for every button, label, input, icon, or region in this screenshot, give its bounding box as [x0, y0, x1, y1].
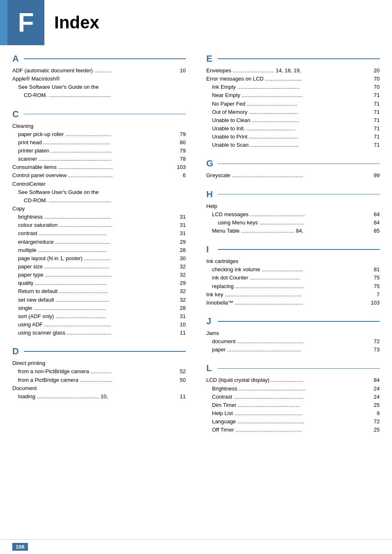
section-i-header: I: [206, 244, 380, 255]
header-blue-bar: [0, 0, 7, 45]
entry-copy-sort: sort (ADF only) ........................…: [12, 312, 186, 321]
entry-controlcenter-see: See Software User's Guide on the: [12, 188, 186, 196]
section-d: D Direct printing from a non-PictBridge …: [12, 346, 186, 401]
entry-copy-quality: quality ................................…: [12, 279, 186, 287]
entry-help-lcdmessages: LCD messages ...........................…: [206, 210, 380, 219]
section-c-header: C: [12, 109, 186, 120]
entry-directprinting-pictbridge: from a PictBridge camera ...............…: [12, 376, 186, 384]
section-c-divider: [24, 114, 186, 115]
entry-innobella: Innobella™ .............................…: [206, 299, 380, 307]
entry-copy-usingscanner: using scanner glass ....................…: [12, 329, 186, 337]
section-l-divider: [218, 368, 380, 369]
entry-unabletoprint: Unable to Print ........................…: [206, 133, 380, 141]
section-g: G Greyscale ............................…: [206, 158, 380, 180]
entry-errormessages: Error messages on LCD ..................…: [206, 75, 380, 83]
entry-inkcartridges: Ink cartridges: [206, 257, 380, 265]
section-a-header: A: [12, 53, 186, 64]
entry-copy-papertype: paper type .............................…: [12, 271, 186, 279]
section-e-header: E: [206, 53, 380, 64]
entry-controlcenter-cdrom: CD-ROM. ................................…: [12, 196, 186, 205]
section-h-letter: H: [206, 189, 214, 200]
section-h: H Help LCD messages ....................…: [206, 189, 380, 235]
entry-document: Document: [12, 384, 186, 392]
entry-lcd: LCD (liquid crystal display) ...........…: [206, 376, 380, 384]
section-g-header: G: [206, 158, 380, 169]
entry-document-loading: loading ................................…: [12, 392, 186, 401]
section-j: J Jams document ........................…: [206, 316, 380, 354]
entry-copy-enlarge: enlarge/reduce .........................…: [12, 238, 186, 246]
entry-apple-cdrom: CD-ROM. ................................…: [12, 91, 186, 99]
entry-lcd-contrast: Contrast ...............................…: [206, 393, 380, 401]
page-number-bar: 106: [0, 539, 392, 554]
entry-lcd-offtimer: Off Timer ..............................…: [206, 426, 380, 434]
entry-envelopes: Envelopes ............................ 1…: [206, 67, 380, 75]
section-g-letter: G: [206, 158, 214, 169]
page-number-box: 106: [12, 543, 28, 551]
entry-copy: Copy: [12, 205, 186, 213]
section-l: L LCD (liquid crystal display) .........…: [206, 363, 380, 434]
entry-inkempty: Ink Empty ..............................…: [206, 83, 380, 91]
entry-unabletoclean: Unable to Clean ........................…: [206, 116, 380, 125]
entry-unabletoscan: Unable to Scan .........................…: [206, 141, 380, 149]
entry-nopaperfed: No Paper Fed ...........................…: [206, 100, 380, 108]
entry-jams-paper: paper ..................................…: [206, 346, 380, 354]
section-e-divider: [218, 58, 380, 59]
section-a-letter: A: [12, 53, 21, 64]
entry-jams-document: document ...............................…: [206, 337, 380, 346]
entry-greyscale: Greyscale ..............................…: [206, 171, 380, 180]
section-e-letter: E: [206, 53, 214, 64]
entry-copy-returndefault: Return to default ......................…: [12, 287, 186, 295]
page-number: 106: [16, 544, 25, 550]
entry-copy-setnewdefault: set new default ........................…: [12, 296, 186, 304]
section-i-letter: I: [206, 244, 214, 255]
entry-nearempty: Near Empty .............................…: [206, 91, 380, 99]
entry-copy-brightness: brightness .............................…: [12, 213, 186, 221]
entry-lcd-dimtimer: Dim Timer ..............................…: [206, 401, 380, 409]
entry-apple-see: See Software User's Guide on the: [12, 83, 186, 91]
section-h-header: H: [206, 189, 380, 200]
entry-copy-contrast: contrast ...............................…: [12, 229, 186, 238]
entry-ink-dotcounter: ink dot Counter ........................…: [206, 274, 380, 282]
entry-outofmemory: Out of Memory ..........................…: [206, 108, 380, 116]
section-a-divider: [24, 58, 186, 59]
entry-cleaning-printhead: print head .............................…: [12, 138, 186, 147]
entry-help-usingmenukeys: using Menu keys ........................…: [206, 219, 380, 227]
section-d-header: D: [12, 346, 186, 357]
column-right: E Envelopes ............................…: [202, 53, 380, 443]
entry-lcd-language: Language ...............................…: [206, 418, 380, 426]
entry-help: Help: [206, 202, 380, 210]
entry-cleaning: Cleaning: [12, 122, 186, 130]
header-letter: F: [18, 7, 34, 38]
entry-consumable: Consumable items .......................…: [12, 163, 186, 171]
entry-copy-usingadf: using ADF ..............................…: [12, 321, 186, 329]
entry-inkkey: Ink key ................................…: [206, 291, 380, 299]
entry-help-menutable: Menu Table .............................…: [206, 227, 380, 235]
entry-copy-papersize: paper size .............................…: [12, 263, 186, 271]
entry-cleaning-scanner: scanner ................................…: [12, 155, 186, 163]
entry-copy-pagelayout: page layout (N in 1, poster) ...........…: [12, 254, 186, 263]
section-j-divider: [218, 321, 380, 322]
entry-unabletoinit: Unable to Init. ........................…: [206, 125, 380, 133]
entry-copy-single: single .................................…: [12, 304, 186, 312]
entry-copy-multiple: multiple ...............................…: [12, 246, 186, 254]
section-j-header: J: [206, 316, 380, 327]
header: F Index: [0, 0, 392, 45]
entry-ink-replacing: replacing ..............................…: [206, 282, 380, 291]
section-d-letter: D: [12, 346, 21, 357]
entry-jams: Jams: [206, 329, 380, 337]
entry-lcd-brightness: Brightness .............................…: [206, 385, 380, 393]
column-left: A ADF (automatic document feeder) ......…: [12, 53, 190, 443]
page: F Index A ADF (automatic document feeder…: [0, 0, 392, 554]
section-l-header: L: [206, 363, 380, 374]
entry-copy-colour: colour saturation ......................…: [12, 221, 186, 229]
section-h-divider: [218, 194, 380, 195]
entry-cleaning-roller: paper pick-up roller ...................…: [12, 130, 186, 138]
section-e: E Envelopes ............................…: [206, 53, 380, 149]
section-c: C Cleaning paper pick-up roller ........…: [12, 109, 186, 337]
section-i-divider: [218, 249, 380, 250]
entry-apple: Apple® Macintosh®: [12, 75, 186, 83]
header-title-area: Index: [44, 0, 99, 45]
entry-control-panel: Control panel overview .................…: [12, 171, 186, 180]
entry-adf: ADF (automatic document feeder) ........…: [12, 67, 186, 75]
section-i: I Ink cartridges checking ink volume ...…: [206, 244, 380, 307]
